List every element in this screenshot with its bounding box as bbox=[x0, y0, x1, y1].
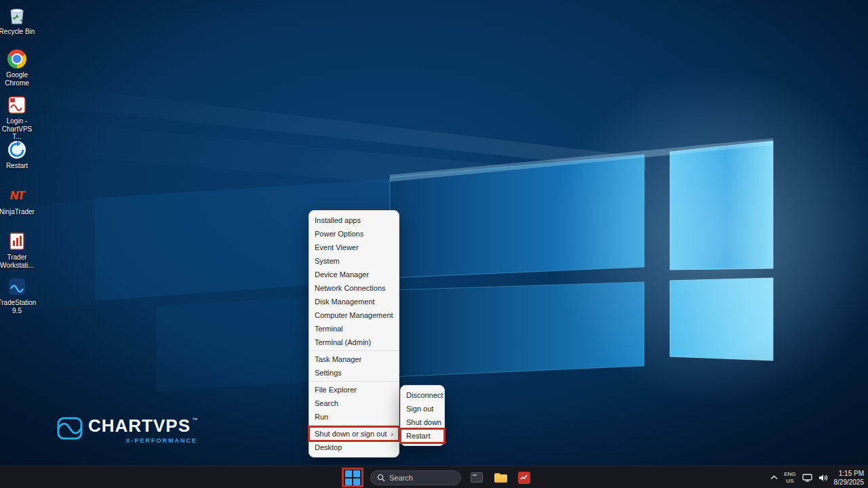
desktop-icon-trader-workstation[interactable]: Trader Workstati... bbox=[0, 231, 37, 269]
taskbar: Search ENG US bbox=[0, 466, 868, 488]
watermark-brand: CHARTVPS bbox=[88, 415, 191, 436]
chartvps-logo-icon bbox=[57, 415, 83, 441]
menu-item-shutdown-or-signout[interactable]: Shut down or sign out › bbox=[309, 427, 399, 441]
taskbar-search[interactable]: Search bbox=[370, 470, 461, 485]
chevron-up-icon bbox=[770, 475, 778, 480]
chrome-icon bbox=[7, 49, 27, 69]
tray-network[interactable] bbox=[802, 474, 812, 482]
winx-context-menu: Installed apps Power Options Event Viewe… bbox=[309, 210, 399, 458]
menu-item-network-connections[interactable]: Network Connections bbox=[309, 281, 399, 295]
shutdown-submenu: Disconnect Sign out Shut down Restart bbox=[400, 385, 445, 446]
chartvps-login-icon bbox=[7, 95, 27, 115]
tradestation-icon bbox=[7, 277, 27, 297]
desktop-icon-google-chrome[interactable]: Google Chrome bbox=[0, 49, 37, 87]
menu-item-disk-management[interactable]: Disk Management bbox=[309, 295, 399, 308]
desktop-icon-label: Google Chrome bbox=[0, 71, 37, 87]
menu-item-system[interactable]: System bbox=[309, 254, 399, 268]
menu-item-desktop[interactable]: Desktop bbox=[309, 441, 399, 454]
menu-item-search[interactable]: Search bbox=[309, 396, 399, 410]
language-indicator[interactable]: ENG US bbox=[784, 471, 795, 483]
ninjatrader-icon: NT bbox=[7, 186, 27, 206]
desktop-icon-label: Trader Workstati... bbox=[0, 253, 37, 269]
menu-item-settings[interactable]: Settings bbox=[309, 366, 399, 380]
trader-workstation-icon bbox=[7, 231, 27, 251]
menu-item-installed-apps[interactable]: Installed apps bbox=[309, 214, 399, 227]
desktop-icon-recycle-bin[interactable]: Recycle Bin bbox=[0, 5, 37, 36]
speaker-icon bbox=[818, 474, 828, 482]
tray-date: 8/29/2025 bbox=[834, 478, 865, 487]
desktop-icon-login-chartvps[interactable]: Login - ChartVPS T... bbox=[0, 95, 37, 141]
menu-item-power-options[interactable]: Power Options bbox=[309, 227, 399, 241]
menu-item-run[interactable]: Run bbox=[309, 410, 399, 424]
watermark-subtitle: X-PERFORMANCE bbox=[126, 437, 198, 444]
chartvps-watermark: CHARTVPS ™ X-PERFORMANCE bbox=[57, 415, 197, 444]
desktop-icon-restart[interactable]: Restart bbox=[0, 140, 37, 170]
menu-item-task-manager[interactable]: Task Manager bbox=[309, 352, 399, 366]
taskbar-app-trading[interactable] bbox=[516, 470, 532, 486]
windows-logo-icon bbox=[345, 470, 360, 485]
tray-volume[interactable] bbox=[818, 474, 828, 482]
menu-item-terminal-admin[interactable]: Terminal (Admin) bbox=[309, 336, 399, 349]
desktop-icon-label: NinjaTrader bbox=[0, 208, 37, 216]
taskbar-app-window[interactable] bbox=[469, 470, 485, 486]
search-icon bbox=[377, 474, 385, 482]
recycle-bin-icon bbox=[7, 5, 27, 26]
taskbar-file-explorer[interactable] bbox=[492, 470, 509, 486]
app-window-icon bbox=[471, 472, 483, 483]
tray-chevron-up[interactable] bbox=[770, 475, 778, 480]
submenu-item-shut-down[interactable]: Shut down bbox=[401, 415, 444, 429]
trading-app-icon bbox=[518, 472, 530, 484]
desktop-icon-label: Login - ChartVPS T... bbox=[0, 117, 37, 141]
desktop-icon-label: TradeStation 9.5 bbox=[0, 299, 37, 314]
menu-item-event-viewer[interactable]: Event Viewer bbox=[309, 241, 399, 254]
submenu-chevron-icon: › bbox=[391, 427, 393, 441]
desktop-icon-ninjatrader[interactable]: NT NinjaTrader bbox=[0, 186, 37, 216]
menu-item-computer-management[interactable]: Computer Management bbox=[309, 308, 399, 322]
submenu-item-restart[interactable]: Restart bbox=[401, 429, 444, 443]
menu-item-file-explorer[interactable]: File Explorer bbox=[309, 383, 399, 396]
start-button[interactable] bbox=[342, 468, 363, 487]
menu-item-terminal[interactable]: Terminal bbox=[309, 322, 399, 336]
desktop-icon-tradestation[interactable]: TradeStation 9.5 bbox=[0, 277, 37, 314]
desktop-icon-label: Restart bbox=[0, 162, 37, 170]
network-icon bbox=[802, 474, 812, 482]
menu-separator bbox=[309, 350, 399, 351]
watermark-tm: ™ bbox=[192, 417, 197, 423]
search-placeholder: Search bbox=[389, 474, 413, 482]
tray-time: 1:15 PM bbox=[839, 469, 864, 478]
submenu-item-sign-out[interactable]: Sign out bbox=[401, 402, 444, 415]
restart-icon bbox=[7, 140, 27, 160]
menu-separator bbox=[309, 381, 399, 382]
folder-icon bbox=[494, 473, 507, 483]
tray-clock[interactable]: 1:15 PM 8/29/2025 bbox=[834, 469, 865, 487]
menu-item-device-manager[interactable]: Device Manager bbox=[309, 268, 399, 281]
desktop-icon-label: Recycle Bin bbox=[0, 28, 37, 36]
menu-separator bbox=[309, 425, 399, 426]
submenu-item-disconnect[interactable]: Disconnect bbox=[401, 388, 444, 402]
